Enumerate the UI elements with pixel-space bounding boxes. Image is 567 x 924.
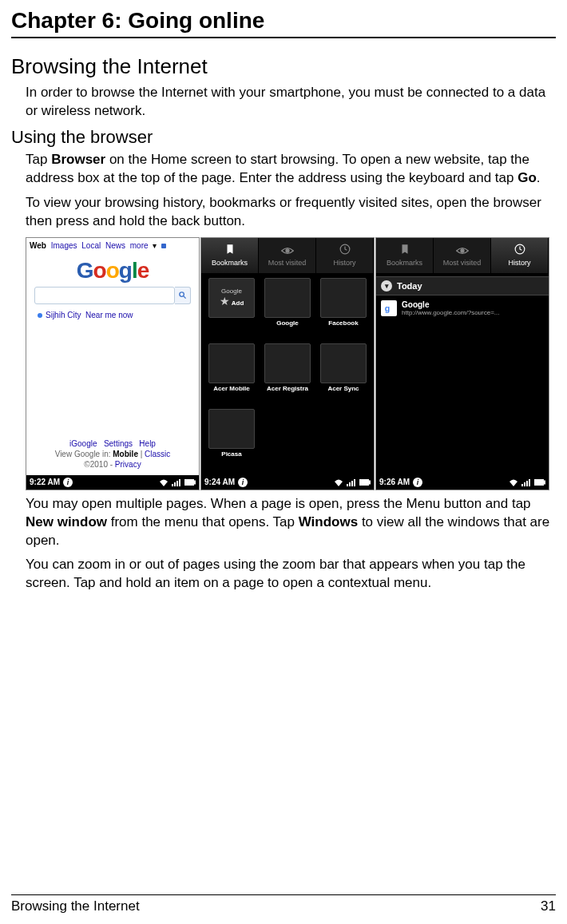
privacy-link[interactable]: Privacy [115, 460, 141, 469]
svg-rect-27 [544, 481, 545, 484]
screenshot-bookmarks: Bookmarks Most visited History Google★ A… [200, 237, 375, 490]
chevron-down-icon: ▾ [381, 280, 392, 291]
bold-windows: Windows [299, 514, 358, 529]
para-history: To view your browsing history, bookmarks… [26, 194, 556, 231]
para-zoom: You can zoom in or out of pages using th… [26, 556, 556, 593]
history-body: ▾ Today g Google http://www.google.com/?… [376, 273, 549, 475]
eye-icon [281, 244, 294, 257]
view-in-label: View Google in: [55, 450, 113, 458]
help-link[interactable]: Help [139, 439, 156, 448]
search-button[interactable] [175, 287, 191, 304]
battery-icon [359, 479, 371, 486]
tab-label: Most visited [443, 259, 482, 267]
classic-link[interactable]: Classic [145, 450, 170, 458]
para-windows: You may open multiple pages. When a page… [26, 495, 556, 550]
nav-web[interactable]: Web [30, 241, 46, 250]
svg-rect-13 [351, 481, 353, 486]
svg-rect-28 [536, 480, 543, 484]
google-logo: Google [26, 258, 199, 284]
apps-icon[interactable] [161, 244, 166, 248]
nav-news[interactable]: News [105, 241, 125, 250]
tab-most-visited[interactable]: Most visited [259, 238, 316, 273]
location-city[interactable]: Sijhih City [46, 311, 81, 319]
status-time: 9:26 AM [379, 478, 410, 486]
tab-bar: Bookmarks Most visited History [376, 238, 549, 273]
eye-icon [456, 244, 469, 257]
google-footer: iGoogle Settings Help View Google in: Mo… [26, 438, 199, 475]
svg-rect-24 [526, 481, 528, 486]
svg-point-9 [286, 249, 289, 252]
location-row: Sijhih City Near me now [38, 311, 199, 319]
bold-go: Go [517, 170, 537, 185]
svg-rect-11 [347, 484, 348, 486]
status-bar: 9:22 AM i [26, 475, 199, 490]
nav-more[interactable]: more [130, 241, 149, 250]
tab-history[interactable]: History [491, 238, 549, 273]
bold-browser: Browser [51, 152, 105, 167]
screenshot-google: Web Images Local News more ▾ Google Sijh… [26, 237, 200, 490]
svg-rect-12 [349, 482, 351, 486]
tab-label: History [508, 259, 530, 267]
history-title: Google [402, 300, 500, 309]
bookmark-item[interactable]: Acer Registra [262, 343, 313, 404]
history-section-today[interactable]: ▾ Today [376, 276, 549, 295]
bookmark-add[interactable]: Google★ Add [206, 278, 257, 339]
footer-section: Browsing the Internet [11, 898, 140, 914]
tab-label: History [333, 259, 355, 267]
svg-point-0 [180, 292, 184, 297]
subsection-title: Using the browser [11, 127, 556, 148]
igoogle-link[interactable]: iGoogle [69, 439, 97, 448]
text: Tap [26, 152, 51, 167]
history-url: http://www.google.com/?source=... [402, 309, 500, 316]
svg-rect-5 [179, 479, 180, 486]
tab-most-visited[interactable]: Most visited [434, 238, 491, 273]
tab-bookmarks[interactable]: Bookmarks [201, 238, 259, 273]
bookmark-icon [224, 244, 236, 257]
text: You may open multiple pages. When a page… [26, 496, 531, 511]
wifi-icon [334, 478, 343, 486]
status-bar: 9:24 AM i [201, 475, 374, 490]
mobile-link[interactable]: Mobile [113, 450, 138, 458]
tab-history[interactable]: History [316, 238, 374, 273]
copyright: ©2010 - [84, 460, 115, 469]
intro-paragraph: In order to browse the Internet with you… [26, 84, 556, 121]
bookmark-label: Acer Sync [327, 385, 359, 392]
bookmark-label: Picasa [221, 450, 241, 458]
signal-icon [521, 478, 531, 486]
tab-label: Bookmarks [387, 259, 422, 267]
text: from the menu that opens. Tap [107, 514, 299, 529]
search-input[interactable] [34, 287, 175, 304]
bookmark-item[interactable]: Acer Sync [318, 343, 369, 404]
bookmark-item[interactable]: Google [262, 278, 313, 339]
history-item[interactable]: g Google http://www.google.com/?source=.… [376, 295, 549, 321]
status-time: 9:22 AM [30, 478, 60, 486]
chapter-title: Chapter 6: Going online [11, 8, 556, 38]
svg-rect-22 [521, 484, 523, 486]
bookmark-item[interactable]: Acer Mobile [206, 343, 257, 404]
near-me-link[interactable]: Near me now [85, 311, 133, 319]
svg-point-18 [461, 249, 464, 252]
info-icon: i [63, 478, 73, 487]
info-icon: i [238, 478, 248, 487]
info-icon: i [413, 478, 422, 487]
bookmark-item[interactable]: Picasa [206, 409, 257, 470]
tab-bookmarks[interactable]: Bookmarks [376, 238, 434, 273]
para-browser: Tap Browser on the Home screen to start … [26, 151, 556, 188]
settings-link[interactable]: Settings [104, 439, 133, 448]
tab-bar: Bookmarks Most visited History [201, 238, 374, 273]
location-dot-icon [38, 313, 42, 318]
search-bar [34, 287, 191, 304]
svg-rect-3 [174, 482, 176, 486]
svg-line-1 [184, 296, 186, 299]
bookmark-label: Acer Mobile [213, 385, 249, 392]
bookmark-icon [399, 244, 410, 257]
battery-icon [184, 479, 196, 486]
bookmark-item[interactable]: Facebook [318, 278, 369, 339]
signal-icon [347, 478, 356, 486]
svg-rect-8 [186, 480, 193, 484]
page-number: 31 [541, 898, 556, 914]
nav-local[interactable]: Local [81, 241, 101, 250]
bookmark-grid: Google★ Add Google Facebook Acer Mobile … [201, 273, 374, 475]
svg-rect-4 [176, 481, 178, 486]
nav-images[interactable]: Images [51, 241, 77, 250]
